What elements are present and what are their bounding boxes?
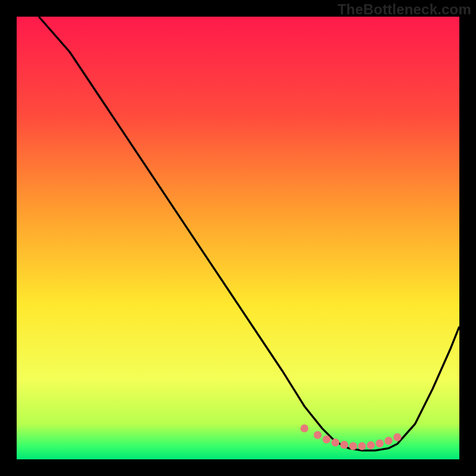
watermark-text: TheBottleneck.com	[337, 1, 471, 18]
optimal-marker	[367, 441, 375, 449]
curve-layer	[17, 17, 459, 459]
optimal-marker	[384, 437, 392, 444]
optimal-marker	[322, 436, 330, 443]
optimal-marker	[375, 440, 383, 447]
optimal-marker	[300, 424, 308, 432]
optimal-marker	[340, 441, 348, 449]
chart-frame: TheBottleneck.com	[0, 0, 476, 476]
optimal-marker	[349, 442, 357, 450]
optimal-marker	[358, 442, 366, 450]
plot-area	[17, 17, 459, 459]
optimal-markers-group	[300, 424, 402, 450]
optimal-marker	[331, 439, 339, 446]
optimal-marker	[314, 431, 321, 439]
bottleneck-curve-path	[39, 17, 459, 450]
optimal-marker	[393, 433, 401, 441]
